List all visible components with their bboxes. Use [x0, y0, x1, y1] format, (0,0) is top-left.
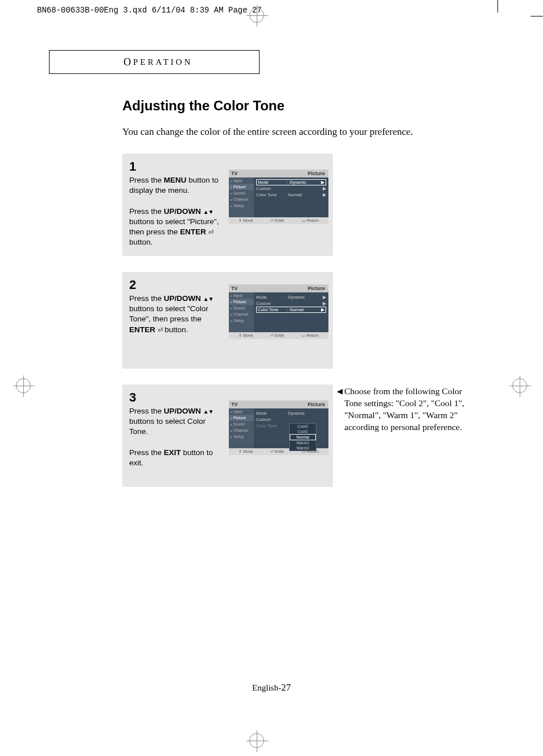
step-text: Press the UP/DOWN buttons to select "Col… — [129, 294, 220, 335]
osd-option-normal: Normal — [290, 434, 316, 440]
updown-button-label: UP/DOWN — [164, 294, 201, 303]
osd-row-custom: Custom▶ — [256, 300, 326, 307]
step-2-box: 2 Press the UP/DOWN buttons to select "C… — [122, 272, 333, 369]
osd-side-input: Input — [229, 408, 254, 415]
osd-row-colortone: Color Tone:Normal▶ — [256, 307, 326, 313]
intro-text: You can change the color of the entire s… — [122, 126, 413, 138]
registration-mark-icon — [249, 8, 264, 23]
osd-sidebar: Input Picture Sound Channel Setup — [229, 177, 254, 217]
osd-content: Mode:Dynamic▶ Custom▶ Color Tone:Normal▶ — [254, 177, 328, 217]
osd-row-colortone: Color Tone:Normal▶ — [256, 192, 326, 198]
osd-dropdown: Cool2 Cool1 Normal Warm1 Warm2 — [289, 423, 316, 451]
t: Press the — [129, 407, 164, 415]
t: button. — [163, 325, 188, 334]
t: Press the — [129, 207, 164, 216]
menu-button-label: MENU — [164, 176, 187, 184]
osd-category: Picture — [254, 284, 328, 292]
step-text: Press the MENU button to display the men… — [129, 175, 220, 248]
step-3-box: 3 Press the UP/DOWN buttons to select Co… — [122, 385, 333, 487]
page-title: Adjusting the Color Tone — [122, 98, 285, 114]
osd-side-input: Input — [229, 292, 254, 299]
osd-header: TV Picture — [229, 400, 328, 408]
osd-tv-label: TV — [229, 284, 254, 292]
osd-option-warm2: Warm2 — [290, 445, 316, 451]
osd-screenshot-3: TV Picture Input Picture Sound Channel S… — [229, 400, 328, 455]
enter-button-label: ENTER — [129, 325, 155, 334]
t: Press the — [129, 294, 164, 303]
enter-icon — [158, 325, 163, 334]
osd-screenshot-1: TV Picture Input Picture Sound Channel S… — [229, 170, 328, 224]
osd-option-cool2: Cool2 — [290, 424, 316, 429]
updown-button-label: UP/DOWN — [164, 407, 201, 415]
osd-footer-enter: Enter — [270, 218, 285, 223]
enter-button-label: ENTER — [180, 228, 206, 236]
osd-row-mode: Mode:Dynamic▶ — [256, 294, 326, 300]
osd-side-picture: Picture — [229, 415, 254, 421]
osd-side-channel: Channel — [229, 311, 254, 317]
t: buttons to select "Color Tone", then pre… — [129, 304, 208, 323]
page-number-value: 27 — [281, 682, 291, 693]
osd-content: Mode:Dynamic Custom Color Tone: Cool2 Co… — [254, 408, 328, 448]
exit-button-label: EXIT — [164, 448, 181, 457]
osd-header: TV Picture — [229, 170, 328, 177]
trim-mark — [497, 0, 498, 13]
osd-category: Picture — [254, 170, 328, 177]
page-number: English-27 — [0, 682, 543, 693]
osd-footer-move: Move — [238, 449, 253, 454]
osd-header: TV Picture — [229, 284, 328, 292]
up-down-icon — [203, 294, 213, 303]
page-number-prefix: English- — [252, 683, 281, 692]
registration-mark-icon — [512, 378, 527, 393]
osd-footer-return: Return — [302, 333, 319, 338]
osd-side-picture: Picture — [229, 184, 254, 190]
t: Press the — [129, 176, 164, 184]
osd-footer-move: Move — [238, 218, 253, 223]
section-header-first: O — [124, 56, 133, 68]
t: Press the — [129, 448, 164, 457]
osd-side-sound: Sound — [229, 305, 254, 311]
registration-mark-icon — [249, 733, 264, 748]
osd-row-custom: Custom▶ — [256, 185, 326, 192]
print-job-header: BN68-00633B-00Eng 3.qxd 6/11/04 8:39 AM … — [37, 6, 262, 15]
osd-footer: Move Enter Return — [229, 332, 328, 339]
osd-side-setup: Setup — [229, 433, 254, 440]
section-header-rest: PERATION — [133, 57, 193, 67]
osd-side-picture: Picture — [229, 299, 254, 305]
sidenote-text: Choose from the following Color Tone set… — [344, 386, 475, 433]
updown-button-label: UP/DOWN — [164, 207, 201, 216]
osd-category: Picture — [254, 400, 328, 408]
step-1-box: 1 Press the MENU button to display the m… — [122, 154, 333, 256]
osd-option-warm1: Warm1 — [290, 440, 316, 445]
t: buttons to select Color Tone. — [129, 417, 205, 436]
osd-footer-enter: Enter — [270, 449, 285, 454]
up-down-icon — [203, 407, 213, 415]
enter-icon — [208, 228, 213, 236]
registration-mark-icon — [16, 378, 31, 393]
trim-mark — [530, 16, 543, 16]
osd-content: Mode:Dynamic▶ Custom▶ Color Tone:Normal▶ — [254, 292, 328, 332]
osd-sidebar: Input Picture Sound Channel Setup — [229, 292, 254, 332]
section-header: OPERATION — [49, 50, 260, 74]
osd-footer-return: Return — [302, 218, 319, 223]
osd-tv-label: TV — [229, 170, 254, 177]
osd-option-cool1: Cool1 — [290, 429, 316, 434]
sidenote-arrow-icon: ◀ — [337, 387, 343, 396]
t: button. — [129, 238, 153, 246]
osd-row-custom: Custom — [256, 416, 326, 423]
osd-row-mode: Mode:Dynamic▶ — [256, 179, 326, 185]
osd-side-channel: Channel — [229, 196, 254, 203]
osd-side-setup: Setup — [229, 203, 254, 209]
osd-footer-move: Move — [238, 333, 253, 338]
step-text: Press the UP/DOWN buttons to select Colo… — [129, 406, 220, 468]
osd-footer: Move Enter Return — [229, 217, 328, 224]
osd-side-sound: Sound — [229, 421, 254, 427]
osd-side-setup: Setup — [229, 317, 254, 324]
osd-side-sound: Sound — [229, 190, 254, 196]
osd-footer-enter: Enter — [270, 333, 285, 338]
osd-sidebar: Input Picture Sound Channel Setup — [229, 408, 254, 448]
osd-side-input: Input — [229, 177, 254, 184]
osd-side-channel: Channel — [229, 427, 254, 433]
osd-screenshot-2: TV Picture Input Picture Sound Channel S… — [229, 284, 328, 339]
osd-row-mode: Mode:Dynamic — [256, 410, 326, 416]
osd-tv-label: TV — [229, 400, 254, 408]
